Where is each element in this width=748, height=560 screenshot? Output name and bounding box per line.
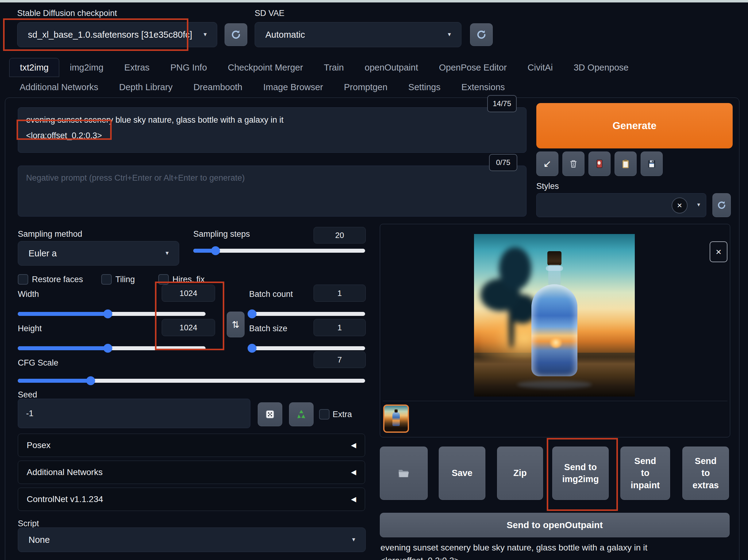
extra-seed-checkbox[interactable] xyxy=(319,409,329,419)
sampling-steps-input[interactable]: 20 xyxy=(313,227,366,244)
trash-icon xyxy=(568,159,579,169)
slider-knob[interactable] xyxy=(248,344,257,353)
close-preview-button[interactable]: × xyxy=(710,241,727,262)
seed-input[interactable]: -1 xyxy=(18,399,250,428)
bottle-sun xyxy=(549,337,563,348)
slider-knob[interactable] xyxy=(103,310,112,318)
negative-prompt-input[interactable] xyxy=(18,166,527,217)
extra-networks-button[interactable] xyxy=(588,151,611,176)
batch-size-label: Batch size xyxy=(249,324,287,333)
accordion-posex[interactable]: Posex ◀ xyxy=(18,434,365,457)
tab-civitai[interactable]: CivitAi xyxy=(517,58,563,77)
generated-image[interactable] xyxy=(474,234,635,396)
restore-faces-checkbox[interactable] xyxy=(18,274,28,285)
reuse-seed-button[interactable] xyxy=(289,403,313,426)
height-input[interactable]: 1024 xyxy=(162,319,215,336)
vae-select[interactable]: Automatic ▼ xyxy=(255,22,462,47)
sampling-steps-slider[interactable] xyxy=(193,246,365,255)
cfg-scale-slider[interactable] xyxy=(18,376,365,385)
width-slider[interactable] xyxy=(18,309,206,318)
slider-knob[interactable] xyxy=(211,246,220,255)
prompt-line1: evening sunset scenery blue sky nature, … xyxy=(26,114,518,126)
batch-size-input[interactable]: 1 xyxy=(313,319,366,336)
hires-fix-checkbox[interactable] xyxy=(158,274,169,285)
sampling-method-select[interactable]: Euler a ▼ xyxy=(18,241,179,266)
gallery-thumbnail[interactable] xyxy=(383,405,409,433)
tab-extras[interactable]: Extras xyxy=(114,58,160,77)
hires-fix-label: Hires. fix xyxy=(172,275,205,284)
slider-knob[interactable] xyxy=(248,310,257,318)
send-to-img2img-button[interactable]: Send to img2img xyxy=(552,446,609,500)
slider-knob[interactable] xyxy=(86,376,95,385)
script-select[interactable]: None ▼ xyxy=(18,528,366,552)
batch-count-input[interactable]: 1 xyxy=(313,285,366,302)
cfg-scale-input[interactable]: 7 xyxy=(313,351,366,368)
close-icon: × xyxy=(716,246,722,258)
bottle-reflection xyxy=(517,381,592,389)
styles-clear-button[interactable]: × xyxy=(672,197,687,214)
tab-promptgen[interactable]: Promptgen xyxy=(333,78,398,97)
tab-txt2img[interactable]: txt2img xyxy=(9,58,59,77)
swap-dimensions-button[interactable]: ⇅ xyxy=(227,312,244,337)
zip-button[interactable]: Zip xyxy=(497,446,543,500)
vae-label: SD VAE xyxy=(255,8,284,18)
styles-select[interactable]: × ▼ xyxy=(536,193,706,217)
script-label: Script xyxy=(18,519,39,529)
vae-refresh-button[interactable] xyxy=(470,23,493,46)
tab-extensions[interactable]: Extensions xyxy=(451,78,515,97)
tab-openoutpaint[interactable]: openOutpaint xyxy=(354,58,428,77)
save-button[interactable]: Save xyxy=(439,446,485,500)
save-style-button[interactable] xyxy=(640,151,663,176)
negative-token-counter: 0/75 xyxy=(489,154,517,171)
tiling-checkbox[interactable] xyxy=(101,274,112,285)
tab-png-info[interactable]: PNG Info xyxy=(160,58,217,77)
slider-fill xyxy=(18,346,108,350)
tab-additional-networks[interactable]: Additional Networks xyxy=(9,78,109,97)
open-folder-button[interactable] xyxy=(380,446,428,500)
tab-settings[interactable]: Settings xyxy=(398,78,451,97)
paste-params-button[interactable]: ↙ xyxy=(536,151,558,176)
generate-button[interactable]: Generate xyxy=(536,103,733,148)
tab-openpose-editor[interactable]: OpenPose Editor xyxy=(428,58,517,77)
prompt-token-counter: 14/75 xyxy=(487,95,517,112)
accordion-title: Additional Networks xyxy=(27,467,102,477)
generation-info-line2: <lora:offset_0.2:0.3> xyxy=(380,556,730,560)
width-input[interactable]: 1024 xyxy=(162,285,215,302)
dice-icon xyxy=(264,409,276,420)
folder-icon xyxy=(397,466,411,480)
clear-prompt-button[interactable] xyxy=(562,151,584,176)
accordion-additional-networks[interactable]: Additional Networks ◀ xyxy=(18,461,365,484)
seed-label: Seed xyxy=(18,390,37,399)
window-top-strip xyxy=(0,0,748,2)
gallery-container: × xyxy=(380,224,730,437)
tab-checkpoint-merger[interactable]: Checkpoint Merger xyxy=(217,58,313,77)
apply-styles-button[interactable] xyxy=(614,151,637,176)
slider-fill xyxy=(18,312,108,316)
sampling-steps-label: Sampling steps xyxy=(193,229,250,239)
prompt-input[interactable]: evening sunset scenery blue sky nature, … xyxy=(18,107,527,153)
send-to-openoutpaint-button[interactable]: Send to openOutpaint xyxy=(380,513,730,537)
checkpoint-value: sd_xl_base_1.0.safetensors [31e35c80fc] xyxy=(18,30,203,40)
tab-image-browser[interactable]: Image Browser xyxy=(253,78,333,97)
height-slider[interactable] xyxy=(18,343,206,353)
restore-faces-label: Restore faces xyxy=(32,275,83,284)
batch-count-slider[interactable] xyxy=(249,309,365,318)
checkpoint-refresh-button[interactable] xyxy=(225,23,247,46)
tab-img2img[interactable]: img2img xyxy=(59,58,114,77)
thumbnail-cork xyxy=(395,409,398,413)
send-to-inpaint-button[interactable]: Send to inpaint xyxy=(621,446,670,500)
gallery-divider xyxy=(382,401,727,401)
prompt-line2: <lora:offset_0.2:0.3> xyxy=(26,129,518,142)
tab-3d-openpose[interactable]: 3D Openpose xyxy=(563,58,639,77)
send-to-extras-button[interactable]: Send to extras xyxy=(682,446,729,500)
tab-train[interactable]: Train xyxy=(313,58,354,77)
tab-dreambooth[interactable]: Dreambooth xyxy=(183,78,253,97)
styles-refresh-button[interactable] xyxy=(712,193,731,217)
slider-track xyxy=(249,312,365,316)
tab-depth-library[interactable]: Depth Library xyxy=(109,78,183,97)
random-seed-button[interactable] xyxy=(258,403,282,426)
accordion-controlnet[interactable]: ControlNet v1.1.234 ◀ xyxy=(18,488,365,511)
checkpoint-select[interactable]: sd_xl_base_1.0.safetensors [31e35c80fc] … xyxy=(17,22,217,47)
slider-knob[interactable] xyxy=(103,344,112,353)
chevron-down-icon: ▼ xyxy=(696,202,701,208)
